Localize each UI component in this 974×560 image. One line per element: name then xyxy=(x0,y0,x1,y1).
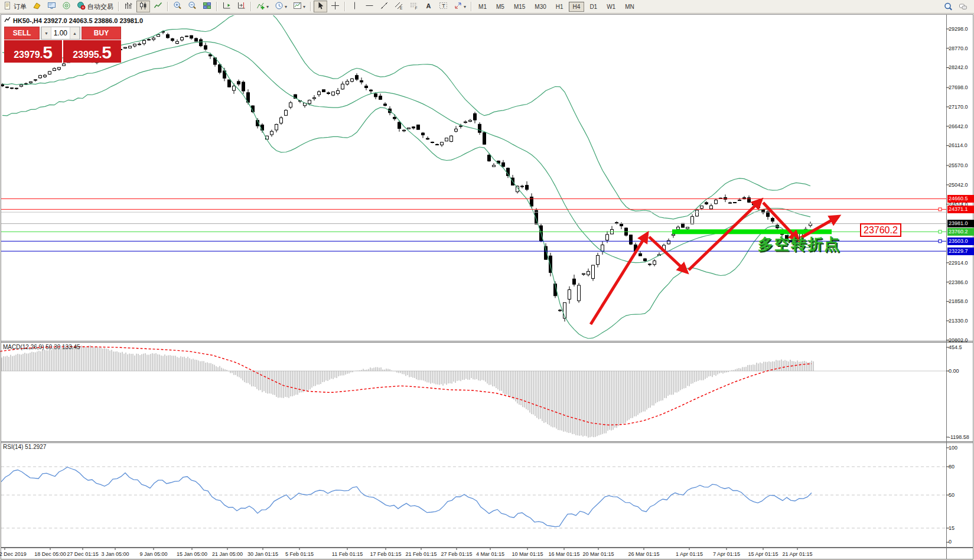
volume-down-button[interactable]: ▼ xyxy=(41,27,51,39)
tile-windows-button[interactable] xyxy=(200,1,214,12)
text-icon: A xyxy=(424,1,433,12)
chevron-down-icon: ▾ xyxy=(266,4,269,9)
line-chart-button[interactable] xyxy=(151,1,165,12)
text-label-button[interactable]: T xyxy=(436,1,450,12)
timeframe-m1-button[interactable]: M1 xyxy=(474,2,491,12)
auto-scroll-button[interactable] xyxy=(220,1,233,12)
timeframe-h4-button[interactable]: H4 xyxy=(569,2,585,12)
svg-text:E: E xyxy=(400,5,403,9)
horizontal-line-button[interactable] xyxy=(363,1,376,12)
chat-icon[interactable] xyxy=(956,1,970,12)
zoom-out-icon xyxy=(188,1,197,12)
periods-icon xyxy=(275,1,284,12)
periods-button[interactable]: ▾ xyxy=(272,1,289,12)
vertical-line-button[interactable] xyxy=(348,1,361,12)
toolbar-separator xyxy=(250,2,252,11)
bar-chart-icon xyxy=(124,1,133,12)
timeframe-d1-button[interactable]: D1 xyxy=(585,2,601,12)
volume-spinner: ▼ 1.00 ▲ xyxy=(41,27,80,40)
fibonacci-icon: F xyxy=(409,1,418,12)
trendline-button[interactable] xyxy=(377,1,391,12)
candlestick-chart-button[interactable] xyxy=(136,1,150,12)
time-axis[interactable] xyxy=(1,549,946,559)
horizontal-line-icon xyxy=(365,1,374,12)
toolbar-separator xyxy=(471,2,472,11)
timeframe-m15-button[interactable]: M15 xyxy=(510,2,529,12)
navigator-icon-icon xyxy=(62,1,71,12)
fibonacci-button[interactable]: F xyxy=(407,1,421,12)
market-watch-icon[interactable] xyxy=(45,1,58,12)
toolbar: 订单自动交易▾▾▾EFAT▾M1M5M15M30H1H4D1W1MN xyxy=(0,0,974,14)
timeframe-m5-button[interactable]: M5 xyxy=(492,2,509,12)
sell-price[interactable]: 23979.5 xyxy=(4,40,62,63)
chevron-down-icon: ▾ xyxy=(303,4,305,9)
timeframe-w1-button[interactable]: W1 xyxy=(602,2,620,12)
templates-icon xyxy=(293,1,302,12)
templates-button[interactable]: ▾ xyxy=(291,1,308,12)
sell-button[interactable]: SELL xyxy=(4,27,40,40)
timeframe-mn-button[interactable]: MN xyxy=(621,2,639,12)
chart-icon xyxy=(4,17,11,24)
toolbar-separator xyxy=(344,2,346,11)
indicators-icon xyxy=(256,1,265,12)
buy-button[interactable]: BUY xyxy=(82,27,121,40)
buy-price[interactable]: 23995.5 xyxy=(63,40,121,63)
zoom-out-button[interactable] xyxy=(185,1,199,12)
chevron-down-icon: ▾ xyxy=(285,4,287,9)
crosshair-icon xyxy=(331,1,340,12)
arrows-button[interactable]: ▾ xyxy=(451,1,468,12)
arrows-icon xyxy=(454,1,462,12)
buy-price-int: 23995. xyxy=(73,49,102,61)
chart-window-icon-icon xyxy=(32,1,41,12)
price-callout[interactable]: 23760.2 xyxy=(860,223,901,237)
chevron-down-icon: ▾ xyxy=(464,4,466,9)
symbol-info: HK50-,H4 23927.0 24063.5 23886.0 23981.0 xyxy=(4,17,143,24)
bar-chart-button[interactable] xyxy=(122,1,135,12)
equidistant-channel-button[interactable]: E xyxy=(392,1,406,12)
text-label-icon: T xyxy=(439,1,448,12)
zoom-in-button[interactable] xyxy=(171,1,184,12)
one-click-trading-panel: SELL ▼ 1.00 ▲ BUY 23979.5 23995.5 xyxy=(4,27,121,63)
toolbar-separator xyxy=(118,2,119,11)
line-chart-icon xyxy=(154,1,162,12)
new-order-icon xyxy=(3,1,12,12)
text-button[interactable]: A xyxy=(422,1,435,12)
autotrade-icon xyxy=(77,1,86,12)
autotrade-button[interactable]: 自动交易 xyxy=(74,1,116,12)
volume-input[interactable]: 1.00 xyxy=(51,27,70,39)
new-order-button[interactable]: 订单 xyxy=(1,1,29,12)
timeframe-h1-button[interactable]: H1 xyxy=(552,2,568,12)
timeframe-m30-button[interactable]: M30 xyxy=(530,2,550,12)
auto-scroll-icon xyxy=(222,1,231,12)
volume-up-button[interactable]: ▲ xyxy=(70,27,80,39)
search-icon[interactable] xyxy=(942,1,955,12)
zoom-in-icon xyxy=(173,1,182,12)
chart-shift-button[interactable] xyxy=(234,1,248,12)
chart-shift-icon xyxy=(237,1,246,12)
toolbar-separator xyxy=(167,2,168,11)
chart-canvas[interactable] xyxy=(0,0,974,560)
sell-price-int: 23979. xyxy=(14,49,43,61)
navigator-icon[interactable] xyxy=(60,1,73,12)
candlestick-chart-icon xyxy=(139,1,148,12)
svg-text:A: A xyxy=(426,2,431,9)
tile-windows-icon xyxy=(203,1,211,12)
hline-anchor[interactable] xyxy=(939,208,942,211)
cursor-icon xyxy=(316,1,325,12)
turning-point-annotation[interactable]: 多空转折点 xyxy=(758,234,841,255)
hline-anchor[interactable] xyxy=(939,240,942,243)
cursor-button[interactable] xyxy=(314,1,327,12)
crosshair-button[interactable] xyxy=(328,1,342,12)
market-watch-icon-icon xyxy=(47,1,56,12)
buy-price-frac: 5 xyxy=(102,44,112,61)
sell-price-frac: 5 xyxy=(43,44,53,61)
indicators-button[interactable]: ▾ xyxy=(254,1,271,12)
hline-anchor[interactable] xyxy=(939,230,942,233)
equidistant-channel-icon: E xyxy=(395,1,403,12)
mt4-window: 订单自动交易▾▾▾EFAT▾M1M5M15M30H1H4D1W1MN 29298… xyxy=(0,0,974,560)
svg-text:T: T xyxy=(442,3,445,9)
toolbar-separator xyxy=(310,2,311,11)
price-axis[interactable] xyxy=(947,15,973,547)
chart-window-icon[interactable] xyxy=(30,1,44,12)
trendline-icon xyxy=(380,1,389,12)
